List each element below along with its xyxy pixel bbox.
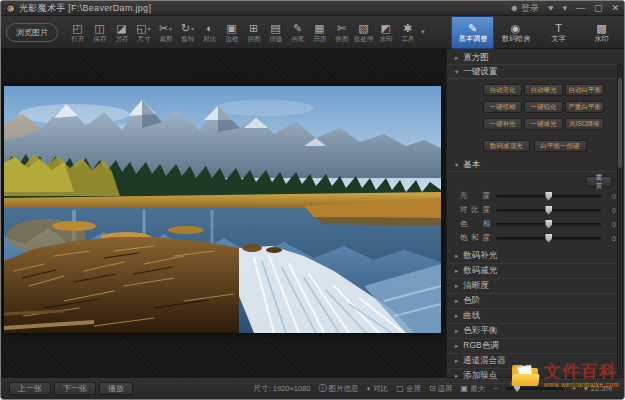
browse-pictures-button[interactable]: 浏览图片 — [6, 23, 58, 42]
slider-track[interactable] — [496, 237, 601, 240]
tool-label: 尺寸 — [137, 35, 150, 42]
histogram-label: 直方图 — [463, 52, 489, 64]
tab-watermark[interactable]: ▩ 水印 — [580, 16, 623, 49]
auto-beautify-button[interactable]: 自动美化 — [483, 84, 522, 96]
panel-scrollbar[interactable] — [617, 64, 623, 375]
border-button[interactable]: ▣ 边框 — [221, 22, 242, 43]
tool-icon: ◱ — [136, 22, 146, 34]
section-levels[interactable]: ▸ 色阶 — [447, 294, 624, 309]
slider-handle[interactable] — [545, 192, 552, 201]
image-info-button[interactable]: ⓘ 图片信息 — [319, 383, 359, 394]
save-as-button[interactable]: ◪ 另存 — [111, 22, 132, 43]
tool-label: 工具 — [401, 35, 414, 42]
contrast-slider: 对比度 0 — [447, 203, 624, 217]
collapsed-arrow-icon: ▸ — [455, 252, 458, 260]
calendar-button[interactable]: ▦ 日历 — [309, 22, 330, 43]
hue-slider: 色相 0 — [447, 217, 624, 231]
scrollbar-thumb[interactable] — [618, 78, 622, 168]
one-key-dim-light-button[interactable]: 一键减光 — [524, 118, 563, 130]
login-button[interactable]: ☻ 登录 — [510, 4, 539, 13]
toolbar-overflow-button[interactable]: ▾ — [421, 28, 425, 36]
minimize-button[interactable]: — — [576, 4, 585, 13]
tab-digital-darkroom[interactable]: ◉ 数码暗房 — [494, 16, 537, 49]
slider-track[interactable] — [496, 223, 601, 226]
section-clarity[interactable]: ▸ 清晰度 — [447, 279, 624, 294]
save-button[interactable]: ◫ 保存 — [89, 22, 110, 43]
section-label: 数码补光 — [463, 250, 497, 262]
window-title: 光影魔术手 [F:\BeaverDam.jpg] — [19, 2, 151, 15]
previous-image-button[interactable]: 上一张 — [9, 382, 51, 395]
digital-reduce-toplight-button[interactable]: 数码减顶光 — [483, 140, 530, 152]
tool-icon: ▧ — [358, 22, 368, 34]
gift-icon[interactable]: ♥ — [548, 4, 553, 13]
batch-button[interactable]: ▧ 批处理 — [353, 22, 374, 43]
section-rgb-tone[interactable]: ▸ RGB色调 — [447, 339, 624, 354]
login-label: 登录 — [521, 4, 539, 13]
tool-label: 批处理 — [354, 35, 373, 42]
open-button[interactable]: ◰ 打开 — [67, 22, 88, 43]
one-key-fill-light-button[interactable]: 一键补光 — [483, 118, 522, 130]
slider-label: 对比度 — [460, 205, 490, 215]
expanded-arrow-icon: ▾ — [455, 68, 458, 76]
tab-text[interactable]: T 文字 — [537, 16, 580, 49]
compare-icon: ◐ — [367, 384, 372, 393]
slider-track[interactable] — [496, 209, 601, 212]
basic-section-header[interactable]: ▾ 基本 — [447, 158, 624, 172]
auto-white-balance-button[interactable]: 自动白平衡 — [565, 84, 604, 96]
collapsed-arrow-icon: ▸ — [455, 267, 458, 275]
maximize-button[interactable]: ▢ — [594, 4, 603, 13]
section-digital-dim-light[interactable]: ▸ 数码减光 — [447, 264, 624, 279]
main-toolbar: 浏览图片 ◰ 打开 ◫ 保存 ◪ — [1, 16, 624, 49]
rotate-button[interactable]: ↻ ▾ 旋转 — [177, 22, 198, 43]
fit-screen-button[interactable]: ⊡ 适屏 — [429, 384, 453, 394]
zoom-out-button[interactable]: − — [493, 384, 497, 393]
section-label: RGB色调 — [463, 340, 498, 352]
next-image-button[interactable]: 下一张 — [54, 382, 96, 395]
collage-button[interactable]: ⊞ 拼图 — [243, 22, 264, 43]
basic-label: 基本 — [463, 159, 480, 171]
dropdown-arrow-icon[interactable]: ▾ — [169, 25, 172, 32]
histogram-section-header[interactable]: ▸ 直方图 — [447, 51, 624, 65]
dropdown-arrow-icon[interactable]: ▾ — [191, 25, 194, 32]
tools-button[interactable]: ✱ 工具 — [397, 22, 418, 43]
tab-label: 基本调整 — [458, 35, 487, 43]
tool-icon: ◰ — [72, 22, 82, 34]
severe-white-balance-button[interactable]: 严重白平衡 — [565, 101, 604, 113]
resize-button[interactable]: ◱ ▾ 尺寸 — [133, 22, 154, 43]
tab-icon: T — [555, 22, 562, 34]
brush-button[interactable]: ✎ 画笔 — [287, 22, 308, 43]
dropdown-arrow-icon[interactable]: ▾ — [148, 25, 151, 32]
auto-exposure-button[interactable]: 自动曝光 — [524, 84, 563, 96]
slider-handle[interactable] — [545, 206, 552, 215]
oneclick-section-header[interactable]: ▾ 一键设置 — [447, 65, 624, 79]
watermark-button[interactable]: ◩ 水印 — [375, 22, 396, 43]
expanded-arrow-icon: ▾ — [455, 161, 458, 169]
tool-label: 抠图 — [335, 35, 348, 42]
section-color-balance[interactable]: ▸ 色彩平衡 — [447, 324, 624, 339]
fullscreen-button[interactable]: ▢ 全屏 — [396, 384, 421, 394]
skin-menu-icon[interactable]: ▾ — [562, 4, 567, 13]
compare-button[interactable]: ◐ 对比 — [199, 22, 220, 43]
crop-button[interactable]: ✂ ▾ 裁剪 — [155, 22, 176, 43]
one-key-blur-button[interactable]: 一键模糊 — [483, 101, 522, 113]
close-button[interactable]: ✕ — [611, 4, 619, 13]
section-curves[interactable]: ▸ 曲线 — [447, 309, 624, 324]
slider-handle[interactable] — [545, 220, 552, 229]
slider-label: 色相 — [460, 219, 490, 229]
compare-view-button[interactable]: ◐ 对比 — [367, 384, 389, 394]
cutout-button[interactable]: ✄ 抠图 — [331, 22, 352, 43]
actual-size-button[interactable]: ▣ 最大 — [461, 384, 486, 394]
section-digital-fill-light[interactable]: ▸ 数码补光 — [447, 249, 624, 264]
reset-button[interactable]: 重置 — [586, 176, 612, 187]
tab-basic-adjust[interactable]: ✎ 基本调整 — [451, 16, 494, 49]
play-button[interactable]: 播放 — [99, 382, 133, 395]
print-layout-button[interactable]: ▤ 排版 — [265, 22, 286, 43]
slider-value: 0 — [607, 221, 616, 228]
white-balance-one-touch-button[interactable]: 白平衡一指键 — [534, 140, 587, 152]
slider-track[interactable] — [496, 195, 601, 198]
high-iso-denoise-button[interactable]: 高ISO降噪 — [565, 118, 604, 130]
slider-value: 0 — [607, 193, 616, 200]
one-key-sharpen-button[interactable]: 一键锐化 — [524, 101, 563, 113]
tool-label: 水印 — [379, 35, 392, 42]
slider-handle[interactable] — [545, 234, 552, 243]
